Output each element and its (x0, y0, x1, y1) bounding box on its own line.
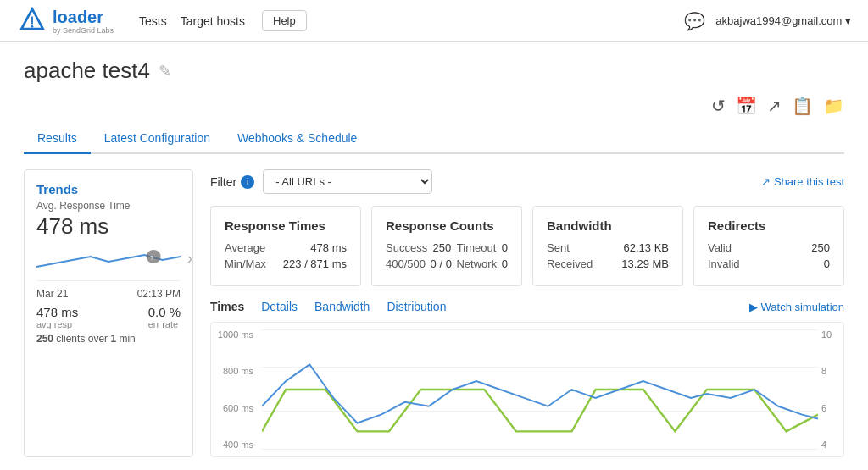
trends-chart: ? › (36, 243, 181, 274)
main-tabs: Results Latest Configuration Webhooks & … (24, 124, 844, 154)
nav-tests[interactable]: Tests (139, 14, 167, 28)
metric-title-bandwidth: Bandwidth (547, 218, 669, 233)
y-label-600: 600 ms (214, 403, 259, 413)
trends-avg-value: 478 ms (36, 213, 181, 240)
folder-icon[interactable]: 📁 (823, 96, 844, 116)
metric-row-valid: Valid 250 (708, 241, 830, 254)
trends-panel: Trends Avg. Response Time 478 ms ? › Mar… (24, 169, 193, 457)
copy-icon[interactable]: 📋 (792, 96, 813, 116)
metric-card-bandwidth: Bandwidth Sent 62.13 KB Received 13.29 M… (532, 206, 683, 286)
filter-select[interactable]: - All URLs - (263, 169, 432, 194)
watch-simulation-link[interactable]: ▶ Watch simulation (749, 301, 845, 313)
metric-title-response-counts: Response Counts (386, 218, 508, 233)
nav-target-hosts[interactable]: Target hosts (181, 14, 245, 28)
sub-tabs: Times Details Bandwidth Distribution (210, 300, 446, 313)
sub-tab-distribution[interactable]: Distribution (387, 300, 446, 313)
trends-avg-resp-label: avg resp (36, 319, 78, 329)
chart-svg (262, 323, 818, 456)
logo-icon (17, 6, 47, 36)
tab-webhooks-schedule[interactable]: Webhooks & Schedule (224, 124, 370, 154)
tab-latest-configuration[interactable]: Latest Configuration (91, 124, 224, 154)
user-email[interactable]: akbajwa1994@gmail.com ▾ (715, 14, 851, 27)
trends-date-row: Mar 21 02:13 PM (36, 288, 181, 300)
trends-clients-num: 250 (36, 333, 53, 345)
trends-avg-label: Avg. Response Time (36, 200, 181, 212)
right-section: Filter i - All URLs - ↗ Share this test … (210, 169, 844, 457)
chart-y-labels: 1000 ms 800 ms 600 ms 400 ms (211, 323, 262, 456)
sub-tab-bandwidth[interactable]: Bandwidth (314, 300, 370, 313)
page-title: apache test4 (24, 58, 150, 84)
y-label-400: 400 ms (214, 440, 259, 450)
sub-tab-details[interactable]: Details (261, 300, 298, 313)
chat-icon[interactable]: 💬 (684, 11, 705, 31)
title-row: apache test4 ✎ (24, 58, 844, 84)
share-icon-small: ↗ (761, 175, 771, 188)
y-right-4: 4 (821, 440, 840, 450)
logo-sub: by SendGrid Labs (53, 27, 114, 35)
metric-card-response-times: Response Times Average 478 ms Min/Max 22… (210, 206, 361, 286)
y-right-6: 6 (821, 403, 840, 413)
watch-sim-label: Watch simulation (761, 301, 845, 313)
sub-tab-times[interactable]: Times (210, 300, 244, 313)
metric-title-response-times: Response Times (225, 218, 347, 233)
tab-results[interactable]: Results (24, 124, 91, 154)
trends-err-rate: 0.0 % (148, 305, 181, 319)
filter-area: Filter i - All URLs - (210, 169, 432, 194)
y-label-800: 800 ms (214, 366, 259, 376)
trends-clients: 250 clients over 1 min (36, 333, 181, 345)
calendar-icon[interactable]: 📅 (736, 96, 757, 116)
navbar: loader by SendGrid Labs Tests Target hos… (0, 0, 868, 42)
logo-text: loader (53, 7, 114, 27)
svg-text:?: ? (150, 254, 154, 262)
svg-point-2 (31, 25, 34, 27)
y-right-8: 8 (821, 366, 840, 376)
refresh-icon[interactable]: ↺ (711, 96, 726, 116)
toolbar-icons: ↺ 📅 ↗ 📋 📁 (24, 96, 844, 116)
chart-area: 1000 ms 800 ms 600 ms 400 ms (210, 322, 844, 457)
metric-row-400500: 400/500 0 / 0 Network 0 (386, 257, 508, 270)
metric-row-average: Average 478 ms (225, 241, 347, 254)
trends-time: 02:13 PM (137, 288, 181, 300)
filter-label: Filter i (210, 175, 254, 189)
trends-avg-resp: 478 ms (36, 305, 78, 319)
metric-row-sent: Sent 62.13 KB (547, 241, 669, 254)
play-icon: ▶ (749, 301, 758, 313)
trends-err-rate-label: err rate (148, 319, 181, 329)
metric-row-success: Success 250 Timeout 0 (386, 241, 508, 254)
content-row: Trends Avg. Response Time 478 ms ? › Mar… (24, 169, 844, 457)
trends-title: Trends (36, 182, 181, 196)
share-icon[interactable]: ↗ (767, 96, 782, 116)
metric-row-invalid: Invalid 0 (708, 257, 830, 270)
trends-date: Mar 21 (36, 288, 68, 300)
metric-cards: Response Times Average 478 ms Min/Max 22… (210, 206, 844, 286)
nav-links: Tests Target hosts (139, 14, 245, 28)
metric-card-redirects: Redirects Valid 250 Invalid 0 (693, 206, 844, 286)
metric-card-response-counts: Response Counts Success 250 Timeout 0 40… (371, 206, 522, 286)
trends-stats-row: 478 ms avg resp 0.0 % err rate (36, 305, 181, 329)
chart-y-right-labels: 10 8 6 4 (818, 323, 843, 456)
metric-row-received: Received 13.29 MB (547, 257, 669, 270)
filter-row: Filter i - All URLs - ↗ Share this test (210, 169, 844, 194)
filter-info-icon[interactable]: i (241, 175, 254, 189)
trends-next-arrow[interactable]: › (187, 250, 192, 268)
edit-icon[interactable]: ✎ (159, 62, 171, 80)
y-right-10: 10 (821, 329, 840, 340)
metric-row-minmax: Min/Max 223 / 871 ms (225, 257, 347, 270)
share-test-link[interactable]: ↗ Share this test (761, 175, 844, 188)
sub-tabs-row: Times Details Bandwidth Distribution ▶ W… (210, 300, 844, 313)
help-button[interactable]: Help (262, 10, 307, 31)
metric-title-redirects: Redirects (708, 218, 830, 233)
logo: loader by SendGrid Labs (17, 6, 114, 36)
y-label-1000: 1000 ms (214, 329, 259, 340)
navbar-right: 💬 akbajwa1994@gmail.com ▾ (684, 11, 851, 31)
page-content: apache test4 ✎ ↺ 📅 ↗ 📋 📁 Results Latest … (0, 42, 868, 470)
